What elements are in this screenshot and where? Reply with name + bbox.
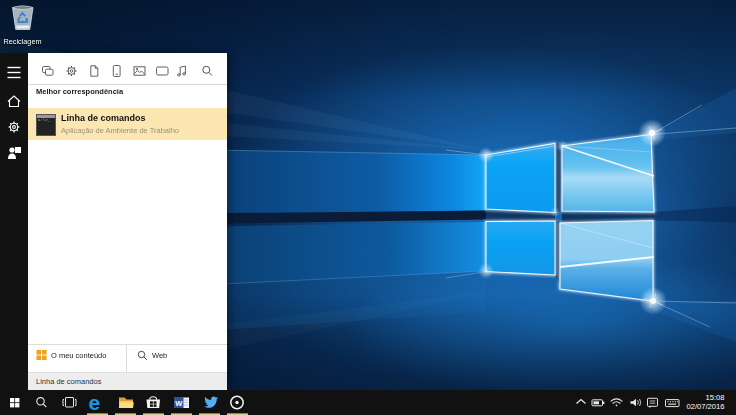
- svg-text:02/07/2016: 02/07/2016: [686, 402, 724, 411]
- svg-text:e: e: [89, 391, 101, 414]
- svg-text:W: W: [175, 399, 183, 408]
- svg-text:15:08: 15:08: [705, 393, 724, 402]
- svg-text:Reciclagem: Reciclagem: [3, 37, 41, 46]
